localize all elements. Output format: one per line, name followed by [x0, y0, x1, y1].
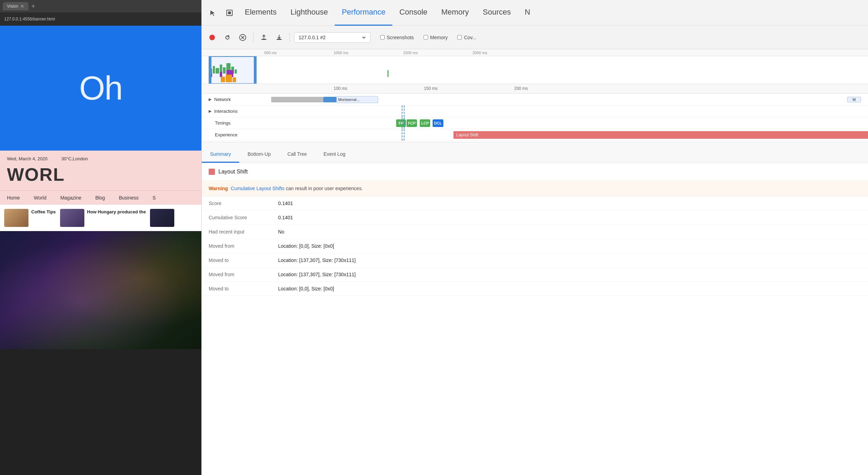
moved-to-1-value: Location: [137,307], Size: [730x111] — [278, 257, 356, 263]
tab-performance[interactable]: Performance — [335, 0, 392, 26]
timeline-ruler-top: 500 ms 1000 ms 1500 ms 2000 ms — [202, 49, 868, 56]
dashed-line-3 — [402, 117, 402, 129]
network-label: Network — [214, 97, 231, 102]
date-weather: Wed, March 4, 2020 30°C,London — [7, 156, 194, 161]
nav-blog[interactable]: Blog — [95, 195, 105, 201]
ruler-mark-500: 500 ms — [264, 51, 277, 55]
svg-rect-1 — [228, 11, 231, 14]
session-selector[interactable]: 127.0.0.1 #2 — [294, 32, 370, 43]
article-item: Coffee Tips — [4, 209, 56, 227]
article-title-hungary: How Hungary produced the — [87, 209, 146, 215]
dashed-line-6 — [404, 129, 404, 141]
memory-checkbox-group: Memory — [424, 35, 448, 40]
download-button[interactable] — [273, 31, 285, 44]
tab-lighthouse[interactable]: Lighthouse — [284, 0, 335, 26]
toolbar-separator-2 — [290, 33, 290, 42]
timings-track: Timings FP FCP LCP DCL — [202, 117, 868, 129]
dashed-line-1 — [402, 105, 402, 117]
tab-sources[interactable]: Sources — [476, 0, 518, 26]
nav-business[interactable]: Business — [119, 195, 139, 201]
new-tab-icon[interactable]: + — [31, 3, 35, 10]
bottom-tabs: Summary Bottom-Up Call Tree Event Log — [202, 142, 868, 163]
clear-button[interactable] — [236, 31, 249, 44]
tab-bottom-up[interactable]: Bottom-Up — [239, 142, 279, 163]
network-request-label2: M — [847, 97, 861, 102]
svg-rect-6 — [261, 39, 266, 40]
nav-magazine[interactable]: Magazine — [60, 195, 82, 201]
webpage-preview: Vision ✕ + 127.0.0.1:4556/banner.html Oh… — [0, 0, 201, 475]
memory-checkbox[interactable] — [424, 35, 428, 40]
tab-elements[interactable]: Elements — [238, 0, 284, 26]
cumulative-score-value: 0.1401 — [278, 215, 293, 220]
tab-call-tree[interactable]: Call Tree — [279, 142, 315, 163]
warning-banner: Warning Cumulative Layout Shifts can res… — [202, 181, 868, 196]
ruler-mark-1000: 1000 ms — [334, 51, 348, 55]
network-track-label: ▶ Network — [202, 97, 271, 102]
expand-arrow-icon[interactable]: ▶ — [209, 109, 211, 113]
nav-s[interactable]: S — [152, 195, 156, 201]
dashed-line-4 — [404, 117, 404, 129]
expand-arrow-icon[interactable]: ▶ — [209, 97, 211, 102]
inspect-icon[interactable] — [221, 0, 238, 26]
cursor-icon[interactable] — [205, 0, 221, 26]
memory-label: Memory — [430, 35, 448, 40]
tab-close-icon[interactable]: ✕ — [20, 3, 24, 9]
moved-from-2-row: Moved from Location: [137,307], Size: [7… — [202, 268, 868, 282]
recent-input-key: Had recent input — [209, 229, 271, 235]
warning-link[interactable]: Cumulative Layout Shifts — [231, 186, 284, 191]
timeline-selection[interactable] — [209, 56, 257, 84]
url-bar: 127.0.0.1:4556/banner.html — [0, 12, 201, 26]
coverage-checkbox[interactable] — [457, 35, 462, 40]
big-concert-image — [0, 231, 201, 349]
nav-world[interactable]: World — [34, 195, 46, 201]
interactions-track: ▶ Interactions — [202, 105, 868, 117]
moved-to-2-row: Moved to Location: [0,0], Size: [0x0] — [202, 282, 868, 296]
reload-button[interactable] — [221, 31, 234, 44]
selection-handle-left[interactable] — [209, 57, 211, 84]
hero-text: Oh — [79, 69, 122, 107]
warning-label: Warning — [209, 186, 228, 191]
interactions-track-content — [271, 105, 868, 117]
browser-tab[interactable]: Vision ✕ — [3, 2, 28, 10]
screenshots-checkbox[interactable] — [380, 35, 385, 40]
ruler-mark-1500: 1500 ms — [403, 51, 418, 55]
lcp-badge: LCP — [420, 119, 430, 127]
tab-event-log[interactable]: Event Log — [315, 142, 354, 163]
timeline-minimap[interactable] — [202, 56, 868, 84]
tab-memory[interactable]: Memory — [434, 0, 476, 26]
layout-shift-bar[interactable]: Layout Shift — [453, 131, 868, 139]
toolbar-separator — [253, 33, 253, 42]
svg-rect-7 — [277, 39, 282, 40]
devtools-nav: Elements Lighthouse Performance Console … — [202, 0, 868, 26]
article-thumb-hungary — [60, 209, 84, 227]
tab-console[interactable]: Console — [392, 0, 434, 26]
devtools-toolbar: 127.0.0.1 #2 Screenshots Memory Cov... — [202, 26, 868, 49]
recent-input-value: No — [278, 229, 284, 235]
warning-message: can result in poor user experiences. — [286, 186, 363, 191]
tab-more[interactable]: N — [518, 0, 537, 26]
screenshots-checkbox-group: Screenshots — [380, 35, 414, 40]
detail-panel: Layout Shift Warning Cumulative Layout S… — [202, 163, 868, 475]
detail-ruler: 100 ms 150 ms 200 ms — [202, 84, 868, 94]
nav-home[interactable]: Home — [7, 195, 20, 201]
layout-shift-header: Layout Shift — [202, 163, 868, 181]
selection-handle-right[interactable] — [254, 57, 256, 84]
moved-to-2-key: Moved to — [209, 286, 271, 291]
moved-from-1-value: Location: [0,0], Size: [0x0] — [278, 243, 334, 249]
devtools-panel: Elements Lighthouse Performance Console … — [201, 0, 868, 475]
experience-track-content: Layout Shift — [271, 129, 868, 141]
screenshots-label: Screenshots — [387, 35, 414, 40]
record-button[interactable] — [206, 31, 218, 44]
articles-row: Coffee Tips How Hungary produced the — [0, 205, 201, 231]
cumulative-score-key: Cumulative Score — [209, 215, 271, 220]
tab-title: Vision — [7, 4, 18, 9]
network-track: ▶ Network Montserrat... M — [202, 94, 868, 105]
green-marker — [387, 70, 389, 77]
upload-button[interactable] — [258, 31, 270, 44]
timeline-detail: 100 ms 150 ms 200 ms ▶ Network Montserra… — [202, 84, 868, 142]
timeline-overview[interactable]: 500 ms 1000 ms 1500 ms 2000 ms — [202, 49, 868, 84]
tab-summary[interactable]: Summary — [202, 142, 239, 163]
pink-section: Wed, March 4, 2020 30°C,London WORL — [0, 151, 201, 190]
timings-track-label: Timings — [202, 120, 271, 126]
moved-from-1-key: Moved from — [209, 243, 271, 249]
